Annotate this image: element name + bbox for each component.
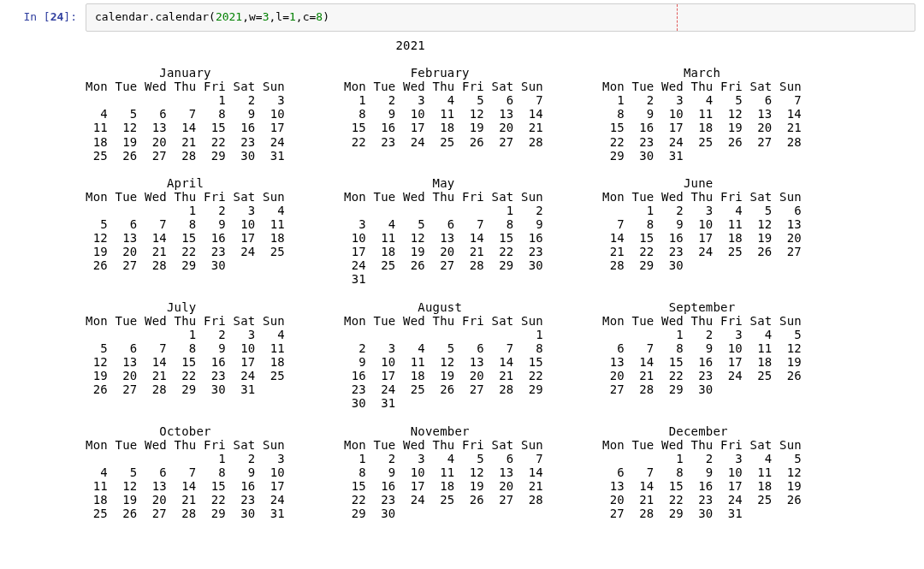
code-w: 3 — [263, 10, 270, 23]
prompt-exec-count: 24 — [50, 10, 64, 23]
code-token: ,l= — [270, 10, 289, 23]
code-c: 8 — [316, 10, 323, 23]
ruler-line — [677, 4, 678, 31]
code-token: ,w= — [242, 10, 262, 23]
prompt-in-label: In — [23, 10, 37, 23]
code-token: ,c= — [296, 10, 316, 23]
code-year: 2021 — [216, 10, 242, 23]
output-calendar: 2021 January February March Mon Tue Wed … — [0, 32, 924, 529]
code-token: calendar.calendar( — [95, 10, 216, 23]
code-token: ) — [323, 10, 329, 23]
code-cell: In [24]: calendar.calendar(2021,w=3,l=1,… — [0, 0, 924, 32]
code-input[interactable]: calendar.calendar(2021,w=3,l=1,c=8) — [86, 3, 915, 32]
code-l: 1 — [289, 10, 296, 23]
input-prompt: In [24]: — [0, 3, 86, 23]
